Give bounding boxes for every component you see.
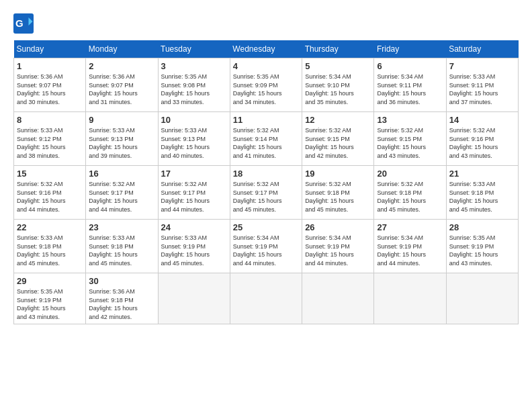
calendar-week-row: 22Sunrise: 5:33 AMSunset: 9:18 PMDayligh… <box>14 220 519 273</box>
day-info: Sunrise: 5:35 AMSunset: 9:19 PMDaylight:… <box>449 234 515 267</box>
table-row: 6Sunrise: 5:34 AMSunset: 9:11 PMDaylight… <box>374 58 446 112</box>
table-row <box>446 273 518 324</box>
table-row: 8Sunrise: 5:33 AMSunset: 9:12 PMDaylight… <box>14 112 86 166</box>
table-row: 20Sunrise: 5:32 AMSunset: 9:18 PMDayligh… <box>374 166 446 220</box>
table-row: 28Sunrise: 5:35 AMSunset: 9:19 PMDayligh… <box>446 220 518 273</box>
day-number: 13 <box>377 115 443 125</box>
day-number: 28 <box>449 222 515 232</box>
table-row: 5Sunrise: 5:34 AMSunset: 9:10 PMDaylight… <box>302 58 374 112</box>
day-info: Sunrise: 5:32 AMSunset: 9:16 PMDaylight:… <box>449 126 515 160</box>
table-row <box>230 273 302 324</box>
table-row: 12Sunrise: 5:32 AMSunset: 9:15 PMDayligh… <box>302 112 374 166</box>
day-number: 9 <box>89 115 154 125</box>
table-row: 2Sunrise: 5:36 AMSunset: 9:07 PMDaylight… <box>86 58 158 112</box>
day-number: 3 <box>161 61 227 71</box>
table-row: 18Sunrise: 5:32 AMSunset: 9:17 PMDayligh… <box>230 166 302 220</box>
day-info: Sunrise: 5:33 AMSunset: 9:13 PMDaylight:… <box>161 126 227 160</box>
day-info: Sunrise: 5:36 AMSunset: 9:07 PMDaylight:… <box>17 73 83 106</box>
table-row: 3Sunrise: 5:35 AMSunset: 9:08 PMDaylight… <box>158 58 230 112</box>
day-number: 5 <box>305 61 371 71</box>
header-thursday: Thursday <box>302 40 374 58</box>
table-row: 23Sunrise: 5:33 AMSunset: 9:18 PMDayligh… <box>86 220 158 273</box>
day-info: Sunrise: 5:34 AMSunset: 9:19 PMDaylight:… <box>377 234 443 267</box>
day-number: 29 <box>17 276 83 286</box>
day-number: 27 <box>377 222 443 232</box>
day-info: Sunrise: 5:32 AMSunset: 9:17 PMDaylight:… <box>161 180 227 214</box>
day-info: Sunrise: 5:34 AMSunset: 9:19 PMDaylight:… <box>233 234 299 267</box>
day-number: 22 <box>17 222 83 232</box>
day-number: 21 <box>449 169 515 179</box>
table-row: 9Sunrise: 5:33 AMSunset: 9:13 PMDaylight… <box>86 112 158 166</box>
day-number: 10 <box>161 115 227 125</box>
day-info: Sunrise: 5:35 AMSunset: 9:08 PMDaylight:… <box>161 73 227 106</box>
calendar-week-row: 8Sunrise: 5:33 AMSunset: 9:12 PMDaylight… <box>14 112 519 166</box>
header: G <box>13 13 519 34</box>
table-row: 27Sunrise: 5:34 AMSunset: 9:19 PMDayligh… <box>374 220 446 273</box>
table-row: 24Sunrise: 5:33 AMSunset: 9:19 PMDayligh… <box>158 220 230 273</box>
svg-text:G: G <box>15 17 24 29</box>
day-number: 14 <box>449 115 515 125</box>
table-row: 25Sunrise: 5:34 AMSunset: 9:19 PMDayligh… <box>230 220 302 273</box>
day-info: Sunrise: 5:32 AMSunset: 9:18 PMDaylight:… <box>305 180 371 214</box>
table-row: 22Sunrise: 5:33 AMSunset: 9:18 PMDayligh… <box>14 220 86 273</box>
day-info: Sunrise: 5:32 AMSunset: 9:17 PMDaylight:… <box>233 180 299 214</box>
calendar-week-row: 29Sunrise: 5:35 AMSunset: 9:19 PMDayligh… <box>14 273 519 324</box>
day-info: Sunrise: 5:32 AMSunset: 9:15 PMDaylight:… <box>377 126 443 160</box>
day-number: 15 <box>17 169 83 179</box>
logo: G <box>13 13 36 34</box>
day-number: 23 <box>89 222 154 232</box>
day-info: Sunrise: 5:33 AMSunset: 9:12 PMDaylight:… <box>17 126 83 160</box>
table-row: 26Sunrise: 5:34 AMSunset: 9:19 PMDayligh… <box>302 220 374 273</box>
day-number: 2 <box>89 61 154 71</box>
table-row: 30Sunrise: 5:36 AMSunset: 9:18 PMDayligh… <box>86 273 158 324</box>
day-info: Sunrise: 5:34 AMSunset: 9:10 PMDaylight:… <box>305 73 371 106</box>
day-number: 1 <box>17 61 83 71</box>
table-row: 16Sunrise: 5:32 AMSunset: 9:17 PMDayligh… <box>86 166 158 220</box>
day-number: 18 <box>233 169 299 179</box>
table-row: 29Sunrise: 5:35 AMSunset: 9:19 PMDayligh… <box>14 273 86 324</box>
day-info: Sunrise: 5:33 AMSunset: 9:18 PMDaylight:… <box>449 180 515 214</box>
header-friday: Friday <box>374 40 446 58</box>
calendar-week-row: 1Sunrise: 5:36 AMSunset: 9:07 PMDaylight… <box>14 58 519 112</box>
day-info: Sunrise: 5:36 AMSunset: 9:07 PMDaylight:… <box>89 73 154 106</box>
day-info: Sunrise: 5:33 AMSunset: 9:11 PMDaylight:… <box>449 73 515 106</box>
day-number: 20 <box>377 169 443 179</box>
day-number: 17 <box>161 169 227 179</box>
day-info: Sunrise: 5:33 AMSunset: 9:18 PMDaylight:… <box>17 234 83 267</box>
logo-icon: G <box>13 13 34 34</box>
table-row: 19Sunrise: 5:32 AMSunset: 9:18 PMDayligh… <box>302 166 374 220</box>
table-row <box>374 273 446 324</box>
weekday-header-row: Sunday Monday Tuesday Wednesday Thursday… <box>14 40 519 58</box>
day-info: Sunrise: 5:32 AMSunset: 9:16 PMDaylight:… <box>17 180 83 214</box>
table-row: 7Sunrise: 5:33 AMSunset: 9:11 PMDaylight… <box>446 58 518 112</box>
day-info: Sunrise: 5:34 AMSunset: 9:11 PMDaylight:… <box>377 73 443 106</box>
table-row <box>302 273 374 324</box>
table-row: 17Sunrise: 5:32 AMSunset: 9:17 PMDayligh… <box>158 166 230 220</box>
day-info: Sunrise: 5:33 AMSunset: 9:13 PMDaylight:… <box>89 126 154 160</box>
day-info: Sunrise: 5:32 AMSunset: 9:15 PMDaylight:… <box>305 126 371 160</box>
table-row: 15Sunrise: 5:32 AMSunset: 9:16 PMDayligh… <box>14 166 86 220</box>
day-info: Sunrise: 5:35 AMSunset: 9:09 PMDaylight:… <box>233 73 299 106</box>
day-number: 7 <box>449 61 515 71</box>
table-row: 10Sunrise: 5:33 AMSunset: 9:13 PMDayligh… <box>158 112 230 166</box>
day-number: 26 <box>305 222 371 232</box>
header-sunday: Sunday <box>14 40 86 58</box>
header-tuesday: Tuesday <box>158 40 230 58</box>
day-number: 24 <box>161 222 227 232</box>
day-info: Sunrise: 5:33 AMSunset: 9:18 PMDaylight:… <box>89 234 154 267</box>
table-row: 1Sunrise: 5:36 AMSunset: 9:07 PMDaylight… <box>14 58 86 112</box>
calendar-table: Sunday Monday Tuesday Wednesday Thursday… <box>13 40 519 324</box>
table-row: 11Sunrise: 5:32 AMSunset: 9:14 PMDayligh… <box>230 112 302 166</box>
table-row: 4Sunrise: 5:35 AMSunset: 9:09 PMDaylight… <box>230 58 302 112</box>
day-number: 11 <box>233 115 299 125</box>
table-row: 21Sunrise: 5:33 AMSunset: 9:18 PMDayligh… <box>446 166 518 220</box>
day-number: 30 <box>89 276 154 286</box>
day-info: Sunrise: 5:33 AMSunset: 9:19 PMDaylight:… <box>161 234 227 267</box>
calendar-week-row: 15Sunrise: 5:32 AMSunset: 9:16 PMDayligh… <box>14 166 519 220</box>
day-info: Sunrise: 5:32 AMSunset: 9:17 PMDaylight:… <box>89 180 154 214</box>
table-row <box>158 273 230 324</box>
day-number: 19 <box>305 169 371 179</box>
day-info: Sunrise: 5:35 AMSunset: 9:19 PMDaylight:… <box>17 287 83 321</box>
day-info: Sunrise: 5:34 AMSunset: 9:19 PMDaylight:… <box>305 234 371 267</box>
day-info: Sunrise: 5:32 AMSunset: 9:18 PMDaylight:… <box>377 180 443 214</box>
